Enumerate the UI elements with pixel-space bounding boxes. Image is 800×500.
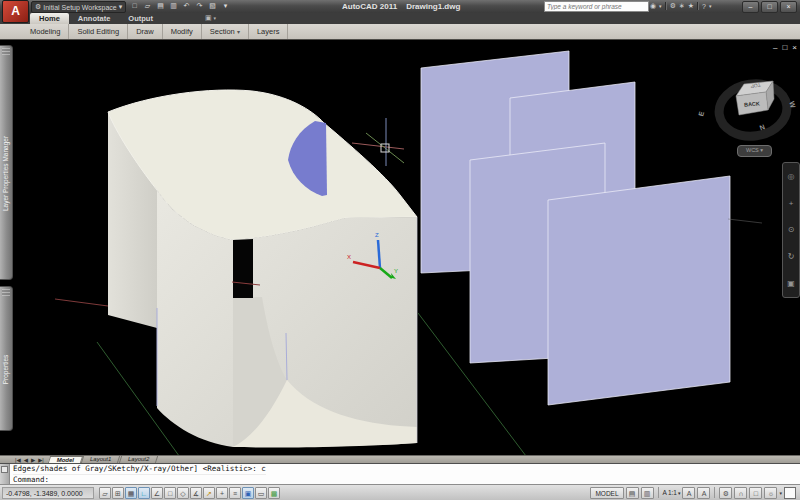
ribbon-tab-row: Home Annotate Output ▣ ▾: [0, 13, 800, 24]
steering-wheel-icon[interactable]: ◎: [788, 172, 795, 181]
isolate-objects-button[interactable]: ☼: [764, 487, 777, 499]
next-tab-button[interactable]: ▶: [30, 457, 36, 463]
ortho-mode-toggle[interactable]: ∟: [138, 487, 150, 499]
workspace-label: Initial Setup Workspace: [43, 4, 116, 11]
dynamic-ucs-toggle[interactable]: ↗: [203, 487, 215, 499]
search-icon[interactable]: ◉: [650, 2, 656, 10]
status-bar: -0.4798, -1.3489, 0.0000 ▱ ⊞ ▦ ∟ ∠ □ ◇ ∡…: [0, 484, 800, 500]
first-tab-button[interactable]: |◀: [14, 457, 22, 463]
drawing-minimize-button[interactable]: –: [773, 43, 777, 52]
subscription-center-icon[interactable]: ⚙: [670, 2, 676, 10]
tab-home[interactable]: Home: [30, 13, 69, 24]
model-space-button[interactable]: MODEL: [590, 487, 623, 499]
3d-object-snap-toggle[interactable]: ◇: [177, 487, 189, 499]
panel-solid-editing[interactable]: Solid Editing: [69, 24, 128, 39]
palette-label: Layer Properties Manager: [0, 56, 12, 291]
compass-north-label[interactable]: N: [759, 123, 766, 131]
navigation-bar: ◎ + ⊙ ↻ ▣: [782, 162, 800, 298]
open-file-icon[interactable]: ▱: [142, 1, 153, 11]
solid-hole: [233, 239, 253, 298]
chevron-down-icon: ▾: [237, 29, 240, 35]
tab-model[interactable]: Model: [48, 456, 84, 463]
communication-center-icon[interactable]: ∗: [679, 2, 685, 10]
viewcube[interactable]: E W N BACK TOP: [697, 80, 797, 141]
compass-east-label[interactable]: E: [697, 110, 705, 117]
help-icon[interactable]: ?: [702, 3, 706, 10]
quick-view-layouts-button[interactable]: ▤: [626, 487, 639, 499]
panel-modeling[interactable]: Modeling: [0, 24, 69, 39]
search-arrow-icon[interactable]: ▾: [659, 3, 662, 9]
drawing-viewport[interactable]: Z X Y E W N BACK TOP – □ × Layer Propert…: [0, 40, 800, 455]
object-snap-tracking-toggle[interactable]: ∡: [190, 487, 202, 499]
command-grip-icon: [1, 466, 8, 473]
tab-annotate[interactable]: Annotate: [69, 13, 120, 24]
construction-line-red-left[interactable]: [55, 299, 108, 306]
grid-display-toggle[interactable]: ▦: [125, 487, 137, 499]
show-motion-icon[interactable]: ▣: [787, 279, 795, 288]
command-window-grip[interactable]: [0, 464, 10, 484]
transparency-toggle[interactable]: ▣: [242, 487, 254, 499]
tab-layout1[interactable]: Layout1: [81, 456, 121, 463]
performance-tuner-button[interactable]: □: [749, 487, 762, 499]
solid-model[interactable]: [108, 90, 417, 448]
panel-layers[interactable]: Layers: [249, 24, 289, 39]
polar-tracking-toggle[interactable]: ∠: [151, 487, 163, 499]
prev-tab-button[interactable]: ◀: [23, 457, 29, 463]
restore-button[interactable]: □: [761, 1, 778, 13]
infocenter-toolbar: ◉ ▾ ⚙ ∗ ★ ? ▾: [650, 1, 711, 11]
tab-output[interactable]: Output: [119, 13, 162, 24]
clean-screen-button[interactable]: [784, 487, 796, 499]
orbit-icon[interactable]: ↻: [788, 252, 795, 261]
wcs-dropdown-button[interactable]: WCS ▾: [737, 145, 772, 157]
quick-properties-toggle[interactable]: ▭: [255, 487, 267, 499]
publish-icon[interactable]: ▧: [207, 1, 218, 11]
tab-layout2[interactable]: Layout2: [118, 456, 158, 463]
favorites-star-icon[interactable]: ★: [688, 2, 694, 10]
help-arrow-icon[interactable]: ▾: [709, 3, 712, 9]
annotation-autoscale-button[interactable]: A: [697, 487, 710, 499]
divider: [714, 487, 715, 498]
panel-modify[interactable]: Modify: [163, 24, 202, 39]
infer-constraints-toggle[interactable]: ▱: [99, 487, 111, 499]
drawing-restore-button[interactable]: □: [782, 43, 787, 52]
status-menu-arrow[interactable]: ▾: [779, 490, 782, 496]
workspace-switching-button[interactable]: ⚙: [719, 487, 732, 499]
new-file-icon[interactable]: □: [129, 1, 140, 11]
pan-icon[interactable]: +: [789, 199, 794, 208]
application-menu-button[interactable]: A: [2, 0, 29, 23]
ribbon-state-toggle[interactable]: ▣ ▾: [205, 14, 216, 22]
qat-customize-arrow[interactable]: ▾: [220, 1, 231, 11]
undo-icon[interactable]: ↶: [181, 1, 192, 11]
svg-text:Z: Z: [375, 232, 379, 238]
panel-section[interactable]: Section ▾: [202, 24, 249, 39]
redo-icon[interactable]: ↷: [194, 1, 205, 11]
panel-draw[interactable]: Draw: [128, 24, 163, 39]
plot-icon[interactable]: ▥: [168, 1, 179, 11]
infocenter-search-input[interactable]: [544, 1, 649, 12]
palette-tab-properties[interactable]: Properties: [0, 286, 13, 431]
workspace-dropdown[interactable]: ⚙ Initial Setup Workspace ▾: [31, 1, 126, 13]
annotation-scale-button[interactable]: A 1:1 ▾: [663, 489, 681, 496]
command-history-line: Edges/shades of Gray/SKetchy/X-ray/Other…: [13, 464, 266, 474]
drawing-close-button[interactable]: ×: [792, 43, 797, 52]
minimize-button[interactable]: –: [742, 1, 759, 13]
object-snap-toggle[interactable]: □: [164, 487, 176, 499]
dynamic-input-toggle[interactable]: +: [216, 487, 228, 499]
save-icon[interactable]: ▤: [155, 1, 166, 11]
close-button[interactable]: ×: [780, 1, 797, 13]
last-tab-button[interactable]: ▶|: [37, 457, 45, 463]
quick-view-drawings-button[interactable]: ▥: [641, 487, 654, 499]
toolbar-lock-button[interactable]: ∩: [734, 487, 747, 499]
model-space-canvas[interactable]: Z X Y E W N BACK TOP: [0, 40, 800, 455]
selection-cycling-toggle[interactable]: ▩: [268, 487, 280, 499]
annotation-visibility-button[interactable]: A: [682, 487, 695, 499]
divider: [658, 487, 659, 498]
section-panel-4[interactable]: [548, 176, 730, 405]
command-window[interactable]: Edges/shades of Gray/SKetchy/X-ray/Other…: [0, 463, 800, 484]
palette-tab-layer-properties-manager[interactable]: Layer Properties Manager: [0, 45, 13, 280]
coordinate-readout[interactable]: -0.4798, -1.3489, 0.0000: [2, 487, 94, 499]
snap-mode-toggle[interactable]: ⊞: [112, 487, 124, 499]
zoom-icon[interactable]: ⊙: [788, 225, 795, 234]
ribbon-state-icon: ▣: [205, 14, 212, 21]
lineweight-toggle[interactable]: ≡: [229, 487, 241, 499]
